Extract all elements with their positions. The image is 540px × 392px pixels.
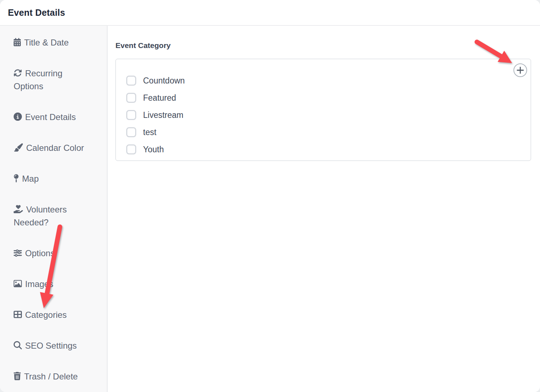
image-icon (14, 278, 22, 291)
trash-can-icon (14, 370, 21, 383)
event-details-modal: Event Details Title & DateRecurring Opti… (0, 0, 540, 392)
sidebar-item-title-date[interactable]: Title & Date (14, 36, 93, 49)
sidebar-item-calendar-color[interactable]: Calendar Color (14, 142, 93, 154)
category-checkbox[interactable] (126, 127, 136, 137)
sidebar: Title & DateRecurring OptionsEvent Detai… (0, 26, 108, 392)
sidebar-item-options[interactable]: Options (14, 247, 93, 260)
add-category-button[interactable] (513, 63, 527, 77)
paintbrush-icon (14, 142, 23, 154)
sliders-icon (14, 247, 22, 260)
category-label: Countdown (143, 76, 185, 86)
sidebar-item-images[interactable]: Images (14, 278, 93, 291)
category-label: Featured (143, 93, 176, 103)
category-checkbox[interactable] (126, 110, 136, 120)
arrows-rotate-icon (14, 67, 22, 80)
category-label: test (143, 128, 156, 137)
sidebar-item-categories[interactable]: Categories (14, 309, 93, 321)
sidebar-item-map[interactable]: Map (14, 172, 93, 185)
category-checkbox[interactable] (126, 144, 136, 154)
calendar-days-icon (14, 36, 21, 49)
sidebar-item-recurring-options[interactable]: Recurring Options (14, 67, 93, 93)
circle-info-icon (14, 111, 22, 124)
hand-holding-heart-icon (14, 203, 23, 216)
category-checkbox[interactable] (126, 93, 136, 103)
sidebar-item-seo-settings[interactable]: SEO Settings (14, 339, 93, 352)
category-label: Youth (143, 145, 164, 154)
sidebar-item-trash-delete[interactable]: Trash / Delete (14, 370, 93, 383)
category-row-countdown[interactable]: Countdown (126, 72, 511, 89)
plus-icon (516, 66, 524, 74)
modal-body: Title & DateRecurring OptionsEvent Detai… (0, 26, 540, 392)
modal-title: Event Details (8, 8, 65, 18)
magnifying-glass-icon (14, 339, 22, 352)
category-row-youth[interactable]: Youth (126, 141, 511, 158)
category-label: Livestream (143, 110, 183, 120)
sidebar-item-volunteers-needed[interactable]: Volunteers Needed? (14, 203, 93, 229)
main-panel: Event Category Countdown Featured Livest… (108, 26, 540, 392)
sidebar-item-event-details[interactable]: Event Details (14, 111, 93, 124)
category-row-livestream[interactable]: Livestream (126, 106, 511, 124)
category-row-test[interactable]: test (126, 124, 511, 141)
map-pin-icon (14, 172, 19, 185)
table-cells-icon (14, 309, 22, 321)
section-heading: Event Category (115, 41, 531, 50)
category-list-box: Countdown Featured Livestream test Youth (115, 59, 531, 161)
category-row-featured[interactable]: Featured (126, 89, 511, 106)
category-rows: Countdown Featured Livestream test Youth (126, 72, 511, 158)
category-checkbox[interactable] (126, 76, 136, 86)
modal-header: Event Details (0, 0, 540, 26)
